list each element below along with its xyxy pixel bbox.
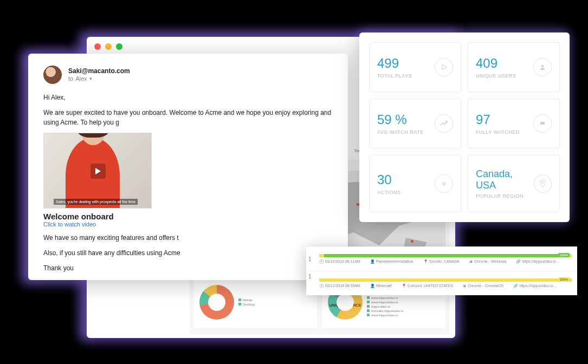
- region-label: POPULAR REGION: [476, 193, 534, 199]
- video-caption-text: Sales, you're dealing with prospects all…: [54, 199, 138, 205]
- video-title: Welcome onboard: [43, 212, 152, 221]
- svg-point-2: [542, 181, 544, 183]
- chevron-down-icon: ▾: [89, 76, 92, 82]
- total-plays-value: 499: [377, 56, 412, 71]
- watch-rate-label: AVG WATCH RATE: [377, 129, 424, 135]
- video-subtitle-link[interactable]: Click to watch video: [43, 221, 152, 227]
- plays-donut-chart: 532 PLAYS: [199, 285, 234, 320]
- row-meta: 🕘 03/12/2019 08:55AM 👤 Minecraft 📍 Conco…: [319, 284, 572, 288]
- user-icon: [533, 58, 552, 76]
- unique-users-label: UNIQUE USERS: [476, 73, 516, 79]
- watch-progress-bar: 100%: [319, 254, 572, 257]
- window-zoom-dot[interactable]: [116, 43, 122, 50]
- email-intro: We are super excited to have you onboard…: [43, 108, 333, 127]
- window-close-dot[interactable]: [94, 43, 101, 50]
- percent-badge: 100%: [558, 253, 570, 257]
- video-card[interactable]: Sales, you're dealing with prospects all…: [43, 133, 152, 227]
- card-popular-region[interactable]: Canada, USA POPULAR REGION: [468, 155, 560, 212]
- log-row[interactable]: 1 100% 🕘 03/12/2019 08:55AM 👤 Minecraft …: [306, 271, 577, 295]
- mac-window-dots: [94, 43, 122, 50]
- source-donut-label: UNIQUE SOURCE: [329, 303, 361, 307]
- metrics-panel: 499 TOTAL PLAYS 409 UNIQUE USERS 59 % AV…: [359, 32, 570, 222]
- fully-watched-value: 97: [476, 112, 520, 127]
- percent-badge: 100%: [558, 277, 570, 282]
- unique-users-value: 409: [476, 56, 516, 71]
- video-thumbnail[interactable]: Sales, you're dealing with prospects all…: [43, 133, 152, 209]
- plays-donut-label: PLAYS: [211, 303, 223, 307]
- flag-icon: [533, 114, 552, 133]
- plays-donut-value: 532: [212, 297, 222, 303]
- plays-donut-legend: Mobile Desktop: [238, 298, 255, 306]
- region-value: Canada, USA: [476, 168, 534, 191]
- total-plays-label: TOTAL PLAYS: [377, 73, 412, 79]
- sender-avatar: [43, 66, 62, 84]
- email-signoff: Thank you: [43, 263, 333, 273]
- location-pin-icon: [534, 174, 552, 193]
- svg-rect-1: [540, 122, 545, 125]
- card-fully-watched[interactable]: 97 FULLY WATCHED: [468, 99, 560, 148]
- svg-point-0: [541, 65, 544, 67]
- card-watch-rate[interactable]: 59 % AVG WATCH RATE: [369, 99, 461, 148]
- fully-watched-label: FULLY WATCHED: [476, 129, 520, 135]
- email-features-line: We have so many exciting features and of…: [43, 233, 333, 243]
- watch-rate-value: 59 %: [377, 112, 424, 127]
- cursor-click-icon: [435, 174, 453, 193]
- plays-donut-card: 532 PLAYS Mobile Desktop: [194, 276, 317, 328]
- play-icon[interactable]: [91, 164, 106, 179]
- email-difficulties-line: Also, if you still have any difficulties…: [43, 248, 333, 258]
- sender-address: Saki@macanto.com: [68, 67, 130, 75]
- actions-label: ACTIONS: [377, 190, 401, 195]
- card-actions[interactable]: 30 ACTIONS: [369, 155, 461, 212]
- card-total-plays[interactable]: 499 TOTAL PLAYS: [369, 42, 461, 92]
- email-message-panel: Saki@macanto.com to Alex ▾ Hi Alex, We a…: [28, 54, 348, 280]
- row-index: 1: [308, 256, 312, 262]
- source-donut-value: 22: [342, 297, 348, 303]
- watch-progress-bar: 100%: [319, 278, 572, 282]
- actions-value: 30: [377, 172, 401, 187]
- email-greeting: Hi Alex,: [43, 93, 333, 102]
- recipient-line[interactable]: to Alex ▾: [68, 75, 130, 83]
- row-index: 1: [308, 274, 312, 280]
- play-icon: [435, 58, 453, 76]
- log-row[interactable]: 1 100% 🕘 03/12/2019 08:11AM 👤 ParvaheimI…: [306, 246, 577, 271]
- window-minimize-dot[interactable]: [105, 43, 112, 50]
- trend-up-icon: [435, 114, 453, 133]
- card-unique-users[interactable]: 409 UNIQUE USERS: [468, 42, 560, 92]
- email-body: Hi Alex, We are super excited to have yo…: [43, 93, 333, 273]
- row-meta: 🕘 03/12/2019 08:11AM 👤 ParvaheimImmstaBu…: [319, 259, 572, 264]
- view-log-panel: 1 100% 🕘 03/12/2019 08:11AM 👤 ParvaheimI…: [306, 246, 577, 295]
